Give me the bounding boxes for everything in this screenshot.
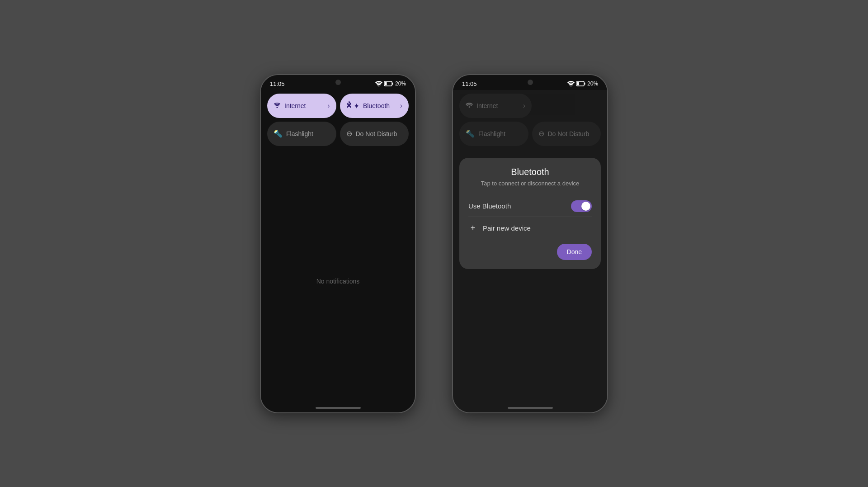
status-icons-1: 20% — [375, 80, 406, 87]
status-icons-2: 20% — [567, 80, 598, 87]
phone-notch-2 — [528, 80, 533, 85]
internet-arrow-2: › — [523, 102, 525, 110]
wifi-tile-icon-1 — [274, 102, 281, 110]
qs-row-1: Internet › ✦ Bluetooth › — [267, 94, 409, 118]
bluetooth-toggle[interactable] — [571, 200, 592, 212]
dnd-label-2: Do Not Disturb — [548, 130, 595, 137]
battery-icon-1 — [384, 81, 393, 86]
svg-point-4 — [277, 107, 278, 108]
qs-bluetooth-1[interactable]: ✦ Bluetooth › — [340, 94, 409, 118]
no-notifications-text: No notifications — [316, 278, 360, 285]
internet-label-2: Internet — [476, 102, 519, 109]
done-button[interactable]: Done — [557, 244, 592, 260]
use-bluetooth-row: Use Bluetooth — [468, 196, 592, 217]
bluetooth-label-1: Bluetooth — [363, 102, 396, 109]
svg-rect-8 — [577, 82, 579, 85]
qs-row-2: 🔦 Flashlight ⊖ Do Not Disturb — [267, 122, 409, 146]
dialog-subtitle: Tap to connect or disconnect a device — [468, 180, 592, 187]
use-bluetooth-label: Use Bluetooth — [468, 202, 511, 210]
phone-screen-2: 11:05 20% — [453, 75, 607, 412]
qs-internet-1[interactable]: Internet › — [267, 94, 336, 118]
svg-point-9 — [469, 106, 470, 108]
wifi-icon-2 — [567, 81, 575, 86]
qs-row-2-2: 🔦 Flashlight ⊖ Do Not Disturb — [459, 122, 601, 146]
pair-new-device-row[interactable]: + Pair new device — [468, 217, 592, 239]
flashlight-label-2: Flashlight — [478, 130, 522, 137]
svg-rect-3 — [385, 82, 387, 85]
battery-pct-1: 20% — [395, 80, 406, 87]
notification-area-1: No notifications — [261, 151, 415, 412]
dnd-tile-icon-2: ⊖ — [538, 129, 544, 138]
time-1: 11:05 — [270, 80, 285, 87]
bluetooth-arrow-1: › — [400, 102, 402, 110]
flashlight-tile-icon-2: 🔦 — [466, 129, 475, 138]
phone-2: 11:05 20% — [452, 74, 608, 413]
qs-row-2-1: Internet › — [459, 94, 601, 118]
qs-flashlight-2[interactable]: 🔦 Flashlight — [459, 122, 528, 146]
internet-arrow-1: › — [327, 102, 330, 110]
phone-1: 11:05 20% — [260, 74, 416, 413]
svg-point-5 — [570, 85, 571, 86]
quick-settings-1: Internet › ✦ Bluetooth › — [261, 90, 415, 151]
phone-notch — [335, 80, 341, 85]
wifi-tile-icon-2 — [466, 102, 473, 110]
qs-dnd-2[interactable]: ⊖ Do Not Disturb — [532, 122, 601, 146]
dialog-title: Bluetooth — [468, 167, 592, 177]
battery-pct-2: 20% — [587, 80, 598, 87]
pair-new-device-label: Pair new device — [483, 224, 531, 232]
svg-rect-7 — [584, 83, 585, 85]
dnd-label-1: Do Not Disturb — [356, 130, 403, 137]
wifi-icon-1 — [375, 81, 382, 86]
home-indicator-2 — [508, 407, 553, 409]
phone-screen-1: 11:05 20% — [261, 75, 415, 412]
battery-icon-2 — [576, 81, 585, 86]
qs-dnd-1[interactable]: ⊖ Do Not Disturb — [340, 122, 409, 146]
time-2: 11:05 — [462, 80, 477, 87]
plus-icon: + — [468, 223, 477, 233]
home-indicator-1 — [316, 407, 361, 409]
dnd-tile-icon-1: ⊖ — [346, 129, 352, 138]
svg-point-0 — [378, 85, 379, 86]
bluetooth-dialog: Bluetooth Tap to connect or disconnect a… — [459, 158, 601, 269]
flashlight-label-1: Flashlight — [286, 130, 330, 137]
qs-internet-2[interactable]: Internet › — [459, 94, 532, 118]
internet-label-1: Internet — [284, 102, 324, 109]
dialog-footer: Done — [468, 244, 592, 260]
svg-rect-2 — [392, 83, 393, 85]
bluetooth-tile-icon-1: ✦ — [346, 101, 359, 110]
quick-settings-2: Internet › 🔦 Flashlight ⊖ Do Not Disturb — [453, 90, 607, 151]
qs-flashlight-1[interactable]: 🔦 Flashlight — [267, 122, 336, 146]
flashlight-tile-icon-1: 🔦 — [274, 129, 283, 138]
